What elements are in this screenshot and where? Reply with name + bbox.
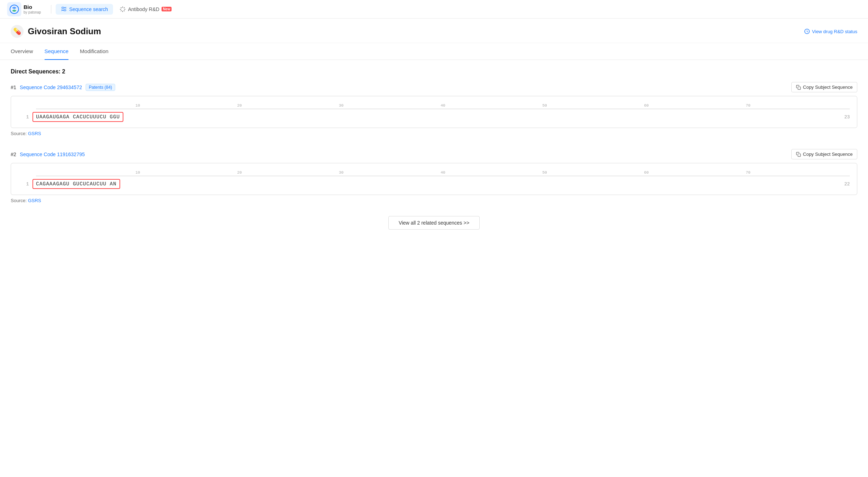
seq-1-viewer: 10 20 30 40 50 60 70 1 UAAGAUGAGA CACUCU… [11, 96, 857, 128]
page-header: 💊 Givosiran Sodium View drug R&D status [0, 19, 868, 43]
ruler-2-mark-20: 20 [237, 170, 242, 175]
sequence-search-icon [61, 6, 67, 12]
nav-antibody-rd[interactable]: Antibody R&D New [114, 4, 177, 15]
nav-divider [51, 5, 51, 14]
nav-antibody-rd-label: Antibody R&D [128, 6, 159, 12]
new-badge: New [162, 7, 172, 11]
seq-2-end-num: 22 [844, 181, 850, 187]
svg-rect-0 [7, 2, 21, 16]
logo-bio-label: Bio [24, 4, 41, 10]
seq-1-line-num: 1 [18, 114, 29, 120]
top-nav: Bio by patsnap Sequence search Antibody … [0, 0, 868, 19]
ruler-2-mark-30: 30 [339, 170, 343, 175]
main-content: Direct Sequences: 2 #1 Sequence Code 294… [0, 60, 868, 245]
page-title: Givosiran Sodium [28, 26, 101, 36]
drug-icon: 💊 [11, 25, 24, 38]
ruler-2-mark-60: 60 [644, 170, 649, 175]
seq-1-row-1: 1 UAAGAUGAGA CACUCUUUCU GGU 23 [18, 112, 850, 122]
tab-modification[interactable]: Modification [80, 43, 108, 60]
seq-2-row-1: 1 CAGAAAGAGU GUCUCAUCUU AN 22 [18, 179, 850, 189]
seq-entry-2-header: #2 Sequence Code 1191632795 Copy Subject… [11, 149, 857, 159]
view-drug-link[interactable]: View drug R&D status [804, 29, 857, 34]
direct-sequences-title: Direct Sequences: 2 [11, 68, 857, 75]
seq-1-end-num: 23 [844, 114, 850, 120]
sequence-entry-2: #2 Sequence Code 1191632795 Copy Subject… [11, 149, 857, 203]
copy-icon-2 [796, 152, 801, 157]
seq-1-num: #1 [11, 84, 16, 90]
copy-icon-1 [796, 85, 801, 90]
ruler-1-mark-40: 40 [440, 103, 445, 108]
seq-1-copy-btn[interactable]: Copy Subject Sequence [791, 82, 857, 92]
seq-2-code-link[interactable]: Sequence Code 1191632795 [20, 152, 85, 157]
seq-2-text: CAGAAAGAGU GUCUCAUCUU AN [32, 179, 120, 189]
nav-sequence-search-label: Sequence search [69, 6, 108, 12]
view-all-btn[interactable]: View all 2 related sequences >> [388, 216, 480, 230]
ruler-2-mark-70: 70 [746, 170, 750, 175]
ruler-1-mark-30: 30 [339, 103, 343, 108]
seq-1-text: UAAGAUGAGA CACUCUUUCU GGU [32, 112, 123, 122]
ruler-1-mark-50: 50 [542, 103, 547, 108]
sequence-entry-1: #1 Sequence Code 294634572 Patents (84) … [11, 82, 857, 136]
ruler-1-mark-60: 60 [644, 103, 649, 108]
antibody-icon [119, 6, 126, 12]
seq-2-copy-btn[interactable]: Copy Subject Sequence [791, 149, 857, 159]
svg-rect-4 [798, 154, 801, 157]
view-drug-label: View drug R&D status [812, 29, 857, 34]
ruler-1-mark-20: 20 [237, 103, 242, 108]
tab-overview[interactable]: Overview [11, 43, 33, 60]
nav-sequence-search[interactable]: Sequence search [56, 4, 113, 15]
seq-entry-2-header-left: #2 Sequence Code 1191632795 [11, 152, 85, 157]
view-drug-icon [804, 29, 810, 34]
ruler-1-mark-70: 70 [746, 103, 750, 108]
ruler-2-mark-10: 10 [136, 170, 140, 175]
seq-2-viewer: 10 20 30 40 50 60 70 1 CAGAAAGAGU GUCUCA… [11, 163, 857, 195]
seq-1-source-link[interactable]: GSRS [28, 131, 41, 136]
ruler-2-mark-40: 40 [440, 170, 445, 175]
view-all-container: View all 2 related sequences >> [11, 216, 857, 230]
seq-1-code-link[interactable]: Sequence Code 294634572 [20, 84, 82, 90]
seq-2-source: Source: GSRS [11, 198, 857, 203]
logo: Bio by patsnap [7, 2, 41, 16]
ruler-2-mark-50: 50 [542, 170, 547, 175]
seq-1-source: Source: GSRS [11, 131, 857, 136]
seq-entry-1-header-left: #1 Sequence Code 294634572 Patents (84) [11, 84, 115, 91]
svg-rect-3 [798, 87, 801, 89]
seq-2-source-link[interactable]: GSRS [28, 198, 41, 203]
tab-sequence[interactable]: Sequence [45, 43, 69, 60]
logo-sub-label: by patsnap [24, 10, 41, 15]
ruler-1-mark-10: 10 [136, 103, 140, 108]
seq-2-line-num: 1 [18, 181, 29, 187]
seq-2-num: #2 [11, 152, 16, 157]
page-header-left: 💊 Givosiran Sodium [11, 25, 101, 38]
seq-entry-1-header: #1 Sequence Code 294634572 Patents (84) … [11, 82, 857, 92]
tabs: Overview Sequence Modification [0, 43, 868, 60]
seq-1-patents-badge[interactable]: Patents (84) [86, 84, 115, 91]
